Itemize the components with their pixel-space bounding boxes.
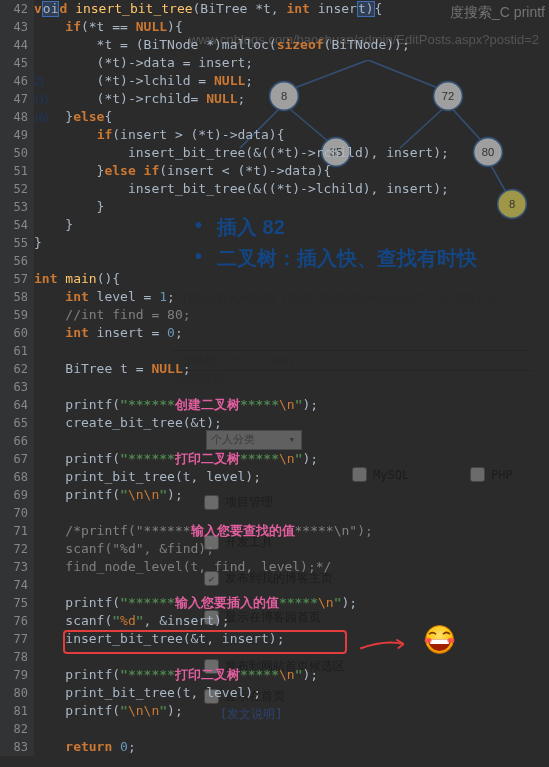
code-line[interactable]: (*t)->data = insert; — [34, 54, 549, 72]
line-number: 63 — [0, 378, 28, 396]
line-number: 67 — [0, 450, 28, 468]
code-line[interactable]: /*printf("******输入您要查找的值*****\n"); — [34, 522, 549, 540]
line-number: 83 — [0, 738, 28, 756]
line-number: 64 — [0, 396, 28, 414]
line-number: 61 — [0, 342, 28, 360]
laugh-emoji-icon — [422, 622, 457, 657]
line-number: 55 — [0, 234, 28, 252]
svg-point-20 — [447, 638, 454, 643]
line-number: 78 — [0, 648, 28, 666]
code-line[interactable] — [34, 576, 549, 594]
line-number: 51 — [0, 162, 28, 180]
code-line[interactable]: insert_bit_tree(&((*t)->rchild), insert)… — [34, 144, 549, 162]
code-line[interactable]: return 0; — [34, 738, 549, 756]
code-line[interactable]: printf("******打印二叉树*****\n"); — [34, 666, 549, 684]
code-line[interactable]: (*t)->lchild = NULL; — [34, 72, 549, 90]
code-line[interactable]: insert_bit_tree(&((*t)->lchild), insert)… — [34, 180, 549, 198]
code-line[interactable]: } — [34, 198, 549, 216]
code-line[interactable]: create_bit_tree(&t); — [34, 414, 549, 432]
code-line[interactable]: int level = 1; — [34, 288, 549, 306]
line-number: 66 — [0, 432, 28, 450]
line-number: 59 — [0, 306, 28, 324]
line-number: 79 — [0, 666, 28, 684]
line-number: 82 — [0, 720, 28, 738]
line-number: 68 — [0, 468, 28, 486]
code-line[interactable]: printf("\n\n"); — [34, 702, 549, 720]
line-number: 49 — [0, 126, 28, 144]
code-line[interactable]: print_bit_tree(t, level); — [34, 684, 549, 702]
code-line[interactable] — [34, 342, 549, 360]
line-number: 45 — [0, 54, 28, 72]
line-number: 72 — [0, 540, 28, 558]
line-number: 56 — [0, 252, 28, 270]
code-line[interactable]: (*t)->rchild= NULL; — [34, 90, 549, 108]
code-line[interactable] — [34, 432, 549, 450]
code-line[interactable]: scanf("%d", &insert); — [34, 612, 549, 630]
line-number: 50 — [0, 144, 28, 162]
line-number: 65 — [0, 414, 28, 432]
line-number: 43 — [0, 18, 28, 36]
line-number: 76 — [0, 612, 28, 630]
code-line[interactable]: printf("******打印二叉树*****\n"); — [34, 450, 549, 468]
line-number: 80 — [0, 684, 28, 702]
code-line[interactable]: }else if(insert < (*t)->data){ — [34, 162, 549, 180]
code-line[interactable]: }else{ — [34, 108, 549, 126]
code-line[interactable] — [34, 252, 549, 270]
code-line[interactable]: void insert_bit_tree(BiTree *t, int inse… — [34, 0, 549, 18]
svg-point-19 — [425, 638, 432, 643]
line-number: 42 — [0, 0, 28, 18]
line-number-gutter: 4243444546474849505152535455565758596061… — [0, 0, 34, 756]
line-number: 57 — [0, 270, 28, 288]
code-line[interactable]: print_bit_tree(t, level); — [34, 468, 549, 486]
code-line[interactable]: int insert = 0; — [34, 324, 549, 342]
line-number: 60 — [0, 324, 28, 342]
code-line[interactable]: BiTree t = NULL; — [34, 360, 549, 378]
line-number: 48 — [0, 108, 28, 126]
code-line[interactable]: *t = (BiTNode *)malloc(sizeof(BiTNode)); — [34, 36, 549, 54]
code-line[interactable]: find_node_level(t, find, level);*/ — [34, 558, 549, 576]
line-number: 70 — [0, 504, 28, 522]
code-line[interactable]: if(*t == NULL){ — [34, 18, 549, 36]
line-number: 52 — [0, 180, 28, 198]
line-number: 44 — [0, 36, 28, 54]
line-number: 58 — [0, 288, 28, 306]
code-line[interactable] — [34, 378, 549, 396]
red-highlight-rect — [63, 630, 347, 654]
code-line[interactable]: scanf("%d", &find); — [34, 540, 549, 558]
code-line[interactable]: printf("******输入您要插入的值*****\n"); — [34, 594, 549, 612]
line-number: 62 — [0, 360, 28, 378]
code-line[interactable] — [34, 504, 549, 522]
code-line[interactable]: //int find = 80; — [34, 306, 549, 324]
code-line[interactable]: printf("******创建二叉树*****\n"); — [34, 396, 549, 414]
line-number: 53 — [0, 198, 28, 216]
line-number: 77 — [0, 630, 28, 648]
line-number: 69 — [0, 486, 28, 504]
line-number: 47 — [0, 90, 28, 108]
line-number: 73 — [0, 558, 28, 576]
line-number: 75 — [0, 594, 28, 612]
line-number: 74 — [0, 576, 28, 594]
code-line[interactable]: int main(){ — [34, 270, 549, 288]
code-line[interactable]: printf("\n\n"); — [34, 486, 549, 504]
code-line[interactable]: } — [34, 216, 549, 234]
line-number: 81 — [0, 702, 28, 720]
code-line[interactable]: } — [34, 234, 549, 252]
line-number: 71 — [0, 522, 28, 540]
arrow-icon — [350, 638, 420, 653]
code-line[interactable]: if(insert > (*t)->data){ — [34, 126, 549, 144]
code-line[interactable] — [34, 720, 549, 738]
line-number: 46 — [0, 72, 28, 90]
line-number: 54 — [0, 216, 28, 234]
svg-rect-18 — [430, 640, 449, 644]
